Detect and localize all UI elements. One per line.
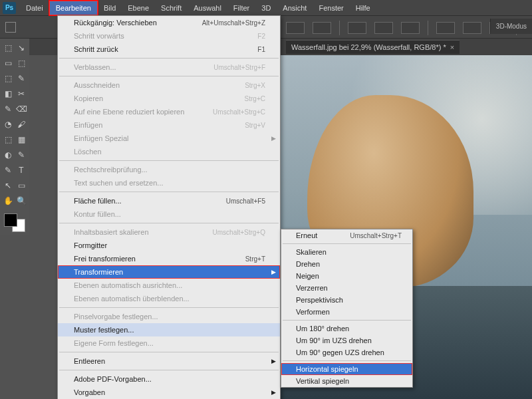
menu-bild[interactable]: Bild <box>98 1 122 15</box>
menu-separator <box>59 352 279 352</box>
menu-item-adobe-pdf-vorgaben[interactable]: Adobe PDF-Vorgaben... <box>58 372 280 386</box>
submenu-arrow-icon: ▶ <box>271 389 276 396</box>
submenu-item-um-90-gegen-uzs-drehen[interactable]: Um 90° gegen UZS drehen <box>281 346 412 358</box>
menu-separator <box>283 243 411 244</box>
menu-item-frei-transformieren[interactable]: Frei transformierenStrg+T <box>58 252 280 265</box>
menu-fenster[interactable]: Fenster <box>313 1 349 15</box>
menu-separator <box>59 223 279 223</box>
menubar: Ps Datei Bearbeiten Bild Ebene Schrift A… <box>0 0 532 15</box>
submenu-item-verzerren[interactable]: Verzerren <box>281 282 412 294</box>
tool-button[interactable]: ⬚ <box>15 56 27 70</box>
3d-control-icon[interactable] <box>401 22 420 34</box>
submenu-item-vertikal-spiegeln[interactable]: Vertikal spiegeln <box>281 375 412 387</box>
menu-item-label: Rechtschreibprüfung... <box>74 166 148 174</box>
tool-button[interactable]: ◧ <box>2 86 14 100</box>
menu-item-label: Schritt vorwärts <box>74 32 124 40</box>
3d-control-icon[interactable] <box>313 22 331 34</box>
tool-button[interactable]: ◐ <box>2 148 14 162</box>
tool-button[interactable]: ✎ <box>15 71 27 85</box>
menu-item-einf-gen-spezial: Einfügen Spezial▶ <box>58 132 280 145</box>
3d-control-icon[interactable] <box>374 22 393 34</box>
shortcut-label: F1 <box>257 46 265 53</box>
menu-item-label: Skalieren <box>296 248 327 256</box>
submenu-item-drehen[interactable]: Drehen <box>281 258 412 270</box>
menu-hilfe[interactable]: Hilfe <box>350 1 376 15</box>
menu-separator <box>283 360 411 361</box>
3d-control-icon[interactable] <box>436 22 455 34</box>
submenu-item-erneut[interactable]: ErneutUmschalt+Strg+T <box>281 229 412 241</box>
tool-button[interactable]: ⬚ <box>2 71 14 85</box>
menu-item-pinselvorgabe-festlegen: Pinselvorgabe festlegen... <box>58 310 280 323</box>
tool-button[interactable]: ✂ <box>15 86 27 100</box>
workspace-mode-label[interactable]: 3D-Modus <box>490 19 532 34</box>
submenu-item-neigen[interactable]: Neigen <box>281 270 412 282</box>
submenu-item-horizontal-spiegeln[interactable]: Horizontal spiegeln <box>281 363 412 375</box>
tool-button[interactable]: ▦ <box>15 132 27 146</box>
foreground-color[interactable] <box>4 213 17 227</box>
menu-item-label: Um 90° gegen UZS drehen <box>296 348 384 356</box>
toolbox: ⬚↘▭⬚⬚✎◧✂✎⌫◔🖌⬚▦◐✎✎T↖▭✋🔍 <box>0 39 29 235</box>
tool-button[interactable]: ✎ <box>2 102 14 116</box>
tool-button[interactable]: ↘ <box>15 41 27 55</box>
menu-auswahl[interactable]: Auswahl <box>188 1 227 15</box>
menu-item-fl-che-f-llen[interactable]: Fläche füllen...Umschalt+F5 <box>58 194 280 207</box>
tool-button[interactable]: 🔍 <box>15 194 27 207</box>
tool-button[interactable]: T <box>15 163 27 177</box>
tool-button[interactable]: ▭ <box>15 178 27 192</box>
menu-item-label: Transformieren <box>74 268 123 276</box>
tool-button[interactable]: ⬚ <box>2 132 14 146</box>
menu-item-formgitter[interactable]: Formgitter <box>58 239 280 252</box>
3d-control-icon[interactable] <box>286 22 305 34</box>
tool-button[interactable]: ⬚ <box>2 41 14 55</box>
menu-item-label: Auf eine Ebene reduziert kopieren <box>74 108 184 116</box>
tool-button[interactable]: 🖌 <box>15 117 27 131</box>
menu-bearbeiten[interactable]: Bearbeiten <box>49 1 98 15</box>
tool-button[interactable]: ↖ <box>2 178 14 192</box>
menu-item-label: Perspektivisch <box>296 296 343 304</box>
3d-control-icon[interactable] <box>348 22 366 34</box>
color-swatch[interactable] <box>3 212 27 233</box>
menu-filter[interactable]: Filter <box>227 1 255 15</box>
menu-item-ebenen-automatisch-berblenden: Ebenen automatisch überblenden... <box>58 292 280 305</box>
submenu-item-um-90-im-uzs-drehen[interactable]: Um 90° im UZS drehen <box>281 334 412 346</box>
tool-button[interactable]: ✎ <box>2 163 14 177</box>
3d-control-icon[interactable] <box>463 22 481 34</box>
menu-item-transformieren[interactable]: Transformieren▶ <box>58 265 280 279</box>
menu-datei[interactable]: Datei <box>20 1 49 15</box>
tool-button[interactable]: ✋ <box>2 194 14 207</box>
menu-item-schritt-zur-ck[interactable]: Schritt zurückF1 <box>58 43 280 56</box>
menu-item-r-ckg-ngig-verschieben[interactable]: Rückgängig: VerschiebenAlt+Umschalt+Strg… <box>58 16 280 29</box>
transform-submenu: ErneutUmschalt+Strg+TSkalierenDrehenNeig… <box>281 229 413 388</box>
submenu-item-verformen[interactable]: Verformen <box>281 306 412 318</box>
tool-button[interactable]: ⌫ <box>15 102 27 116</box>
menu-ebene[interactable]: Ebene <box>122 1 155 15</box>
menu-item-label: Verformen <box>296 308 330 316</box>
menu-item-entleeren[interactable]: Entleeren▶ <box>58 354 280 368</box>
submenu-item-um-180-drehen[interactable]: Um 180° drehen <box>281 323 412 334</box>
shortcut-label: Umschalt+Strg+F <box>213 64 265 71</box>
menu-separator <box>59 370 279 370</box>
menu-item-eigene-form-festlegen: Eigene Form festlegen... <box>58 336 280 350</box>
submenu-item-skalieren[interactable]: Skalieren <box>281 246 412 258</box>
tool-preset-icon[interactable] <box>5 22 16 33</box>
menu-item-verblassen: Verblassen...Umschalt+Strg+F <box>58 61 280 74</box>
menu-item-label: Horizontal spiegeln <box>296 365 358 373</box>
shortcut-label: F2 <box>257 33 265 40</box>
shortcut-label: Strg+C <box>245 95 265 102</box>
document-tab[interactable]: Wasserfall.jpg bei 22,9% (Wasserfall, RG… <box>286 40 460 54</box>
menu-item-label: Um 180° drehen <box>296 325 349 332</box>
tool-button[interactable]: ◔ <box>2 117 14 131</box>
submenu-item-perspektivisch[interactable]: Perspektivisch <box>281 294 412 306</box>
menu-item-muster-festlegen[interactable]: Muster festlegen... <box>58 323 280 336</box>
menu-item-label: Entleeren <box>74 357 105 365</box>
close-icon[interactable]: × <box>450 43 454 51</box>
menu-ansicht[interactable]: Ansicht <box>277 1 313 15</box>
tool-button[interactable]: ▭ <box>2 56 14 70</box>
menu-separator <box>283 320 411 321</box>
shortcut-label: Strg+V <box>245 122 265 129</box>
tool-button[interactable]: ✎ <box>15 148 27 162</box>
menu-item-label: Um 90° im UZS drehen <box>296 336 372 344</box>
menu-item-vorgaben[interactable]: Vorgaben▶ <box>58 386 280 399</box>
menu-schrift[interactable]: Schrift <box>155 1 188 15</box>
menu-3d[interactable]: 3D <box>255 1 277 15</box>
